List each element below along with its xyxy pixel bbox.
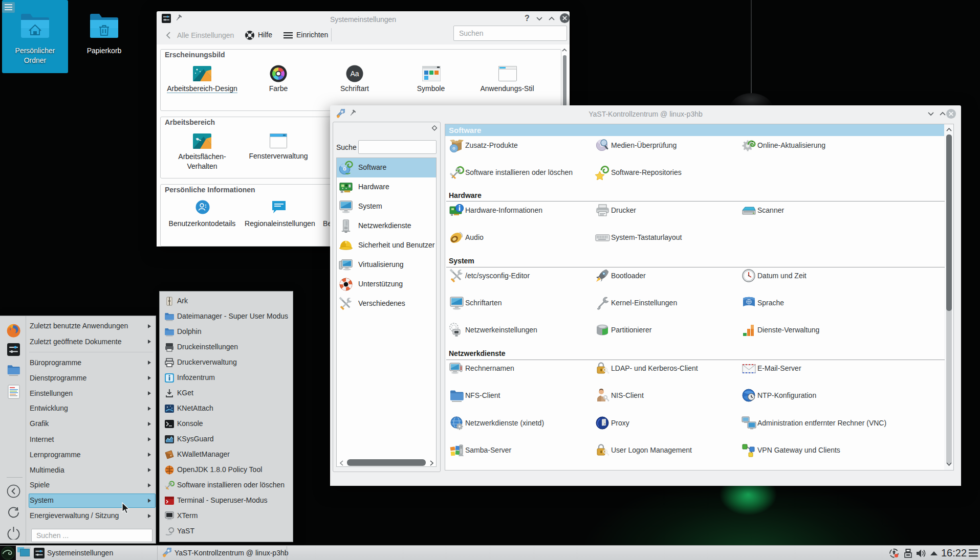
svg-text:Aa: Aa [350, 70, 359, 78]
